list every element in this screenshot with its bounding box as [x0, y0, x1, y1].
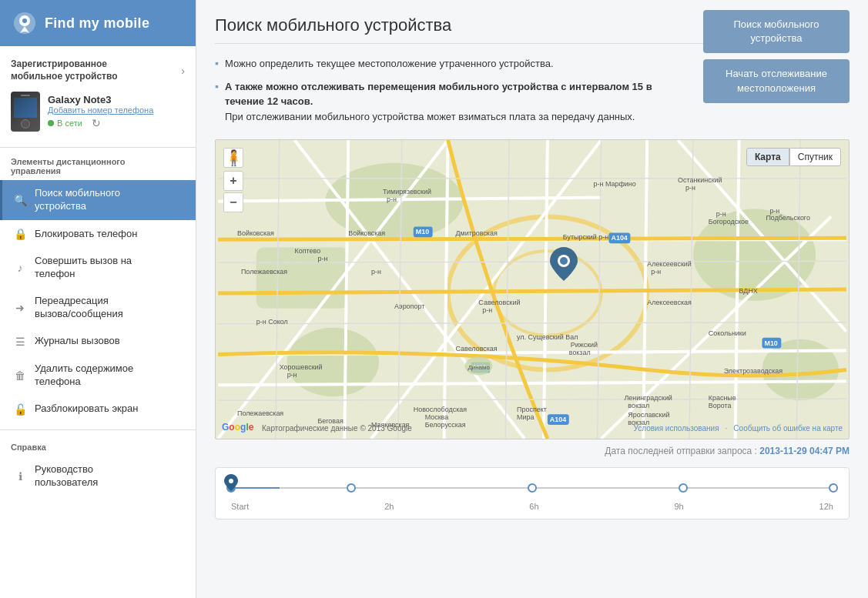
svg-text:Сокольники: Сокольники: [709, 329, 746, 337]
action-buttons: Поиск мобильного устройства Начать отсле…: [703, 10, 850, 103]
svg-text:Динамо: Динамо: [468, 364, 490, 371]
nav-call[interactable]: ♪ Совершить вызов нателефон: [0, 248, 196, 288]
terms-link[interactable]: Условия использования: [634, 424, 719, 433]
timeline-label-9h: 9h: [674, 502, 683, 511]
zoom-in-button[interactable]: +: [223, 171, 243, 191]
svg-text:Ярославский: Ярославский: [628, 411, 669, 419]
help-section: Справка ℹ Руководствопользователя: [0, 429, 196, 496]
svg-text:Полежаевская: Полежаевская: [237, 409, 283, 417]
sidebar-header: Find my mobile: [0, 0, 196, 46]
svg-point-99: [229, 479, 233, 483]
track-location-button[interactable]: Начать отслеживание местоположения: [703, 59, 850, 102]
timeline-dot-6h[interactable]: [528, 483, 537, 493]
zoom-out-button[interactable]: −: [223, 192, 243, 212]
registered-device-label: Зарегистрированноемобильное устройство: [11, 58, 118, 82]
svg-text:Алексеевский: Алексеевский: [647, 260, 692, 268]
nav-forward-label: Переадресациявызова/сообщения: [35, 295, 123, 321]
info-icon: ℹ: [13, 469, 27, 483]
svg-text:Останкинский: Останкинский: [678, 176, 722, 184]
nav-unlock[interactable]: 🔓 Разблокировать экран: [0, 396, 196, 423]
list-icon: ☰: [13, 335, 27, 349]
svg-text:Рижский: Рижский: [571, 341, 598, 349]
timeline-dot-2h[interactable]: [347, 483, 356, 493]
svg-text:Белорусская: Белорусская: [425, 421, 466, 429]
find-device-button[interactable]: Поиск мобильного устройства: [703, 10, 850, 53]
device-card: Galaxy Note3 Добавить номер телефона В с…: [0, 87, 196, 139]
svg-text:Новослободская: Новослободская: [414, 406, 467, 413]
svg-text:р-н: р-н: [317, 255, 327, 262]
info-block-1: ▪ Можно определить текущее местоположени…: [215, 56, 688, 72]
timeline-label-start: Start: [231, 502, 249, 511]
svg-text:Дмитровская: Дмитровская: [456, 229, 498, 237]
svg-text:р-н Сокол: р-н Сокол: [256, 318, 288, 326]
nav-find-label: Поиск мобильногоустройства: [35, 187, 120, 213]
info-text-1: Можно определить текущее местоположение …: [225, 56, 554, 72]
svg-text:р-н: р-н: [651, 268, 661, 276]
timeline-dot-12h[interactable]: [829, 483, 838, 493]
info-bullet-1: ▪: [215, 57, 219, 69]
svg-text:Савеловская: Савеловская: [456, 345, 498, 352]
device-info: Galaxy Note3 Добавить номер телефона В с…: [48, 94, 185, 129]
last-request-value: 2013-11-29 04:47 PM: [759, 446, 850, 456]
registered-device-section: Зарегистрированноемобильное устройство ›…: [0, 46, 196, 148]
sidebar: Find my mobile Зарегистрированноемобильн…: [0, 0, 196, 598]
nav-find[interactable]: 🔍 Поиск мобильногоустройства: [0, 180, 196, 220]
registered-device-header[interactable]: Зарегистрированноемобильное устройство ›: [0, 54, 196, 87]
nav-manual[interactable]: ℹ Руководствопользователя: [0, 456, 196, 496]
info-text-2-bold: А также можно отслеживать перемещения мо…: [225, 81, 652, 108]
lock-icon: 🔒: [13, 227, 27, 241]
svg-point-98: [560, 257, 568, 265]
map-link-separator: ·: [726, 424, 728, 433]
nav-log[interactable]: ☰ Журналы вызовов: [0, 328, 196, 356]
timeline-label-6h: 6h: [529, 502, 538, 511]
nav-forward[interactable]: ➜ Переадресациявызова/сообщения: [0, 288, 196, 328]
timeline-container: Start 2h 6h 9h 12h: [215, 467, 850, 519]
svg-text:Бутырский р-н: Бутырский р-н: [563, 233, 608, 241]
svg-text:р-н: р-н: [482, 306, 492, 314]
map-container[interactable]: Тимирязевский р-н р-н Марфино Останкинск…: [215, 139, 850, 439]
status-text: В сети: [57, 119, 82, 128]
trash-icon: 🗑: [13, 369, 27, 383]
device-action-link[interactable]: Добавить номер телефона: [48, 105, 185, 115]
refresh-icon[interactable]: ↻: [92, 117, 101, 129]
svg-text:Красные: Красные: [709, 394, 736, 402]
map-type-satellite-button[interactable]: Спутник: [789, 148, 841, 166]
app-title: Find my mobile: [45, 15, 149, 32]
svg-text:Войковская: Войковская: [237, 229, 274, 237]
map-type-map-button[interactable]: Карта: [746, 148, 789, 166]
svg-text:Подбельского: Подбельского: [766, 214, 809, 222]
streetview-icon[interactable]: 🧍: [223, 148, 243, 168]
svg-text:р-н: р-н: [287, 371, 297, 379]
timeline-dot-9h[interactable]: [679, 483, 688, 493]
svg-text:р-н: р-н: [371, 268, 381, 276]
map-controls: 🧍 + −: [223, 148, 243, 212]
svg-rect-10: [256, 247, 348, 309]
svg-text:Богородское: Богородское: [709, 218, 749, 226]
chevron-right-icon: ›: [181, 65, 185, 77]
svg-text:Коптево: Коптево: [295, 247, 321, 255]
svg-text:Войковская: Войковская: [348, 229, 385, 237]
nav-unlock-label: Разблокировать экран: [35, 403, 138, 416]
svg-text:Электрозаводская: Электрозаводская: [724, 367, 783, 375]
svg-text:A104: A104: [611, 234, 627, 242]
svg-text:Аэропорт: Аэропорт: [394, 302, 424, 310]
svg-text:Тимирязевский: Тимирязевский: [383, 188, 431, 195]
nav-lock[interactable]: 🔒 Блокировать телефон: [0, 220, 196, 248]
music-icon: ♪: [13, 261, 27, 275]
svg-text:Алексеевская: Алексеевская: [647, 299, 692, 306]
google-logo: Google: [222, 422, 253, 433]
last-request-bar: Дата последней отправки запроса : 2013-1…: [215, 446, 850, 456]
nav-delete-label: Удалить содержимоетелефона: [35, 362, 133, 389]
svg-text:Ворота: Ворота: [709, 402, 732, 409]
svg-text:M10: M10: [764, 339, 777, 347]
svg-text:Хорошевский: Хорошевский: [280, 363, 323, 371]
main-content: Поиск мобильного устройства Поиск мобиль…: [196, 0, 868, 598]
map-copyright: Картографические данные © 2013 Google: [262, 424, 412, 433]
svg-text:р-н: р-н: [716, 210, 726, 218]
svg-text:ул. Сущевский Вал: ул. Сущевский Вал: [517, 333, 578, 341]
svg-text:A104: A104: [550, 416, 566, 423]
device-status: В сети ↻: [48, 117, 185, 129]
report-error-link[interactable]: Сообщить об ошибке на карте: [733, 424, 843, 433]
nav-delete[interactable]: 🗑 Удалить содержимоетелефона: [0, 356, 196, 396]
nav-call-label: Совершить вызов нателефон: [35, 255, 132, 281]
